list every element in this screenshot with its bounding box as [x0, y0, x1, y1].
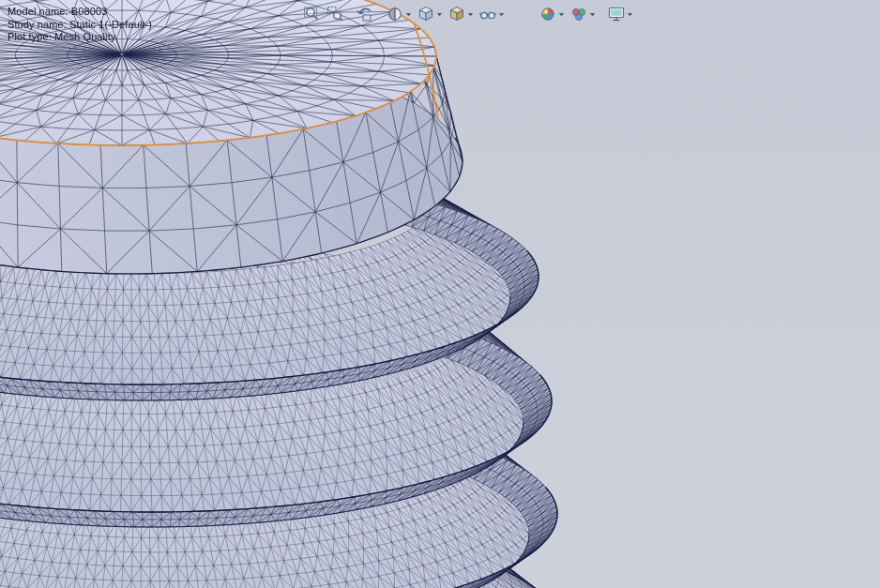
- view-orientation-button[interactable]: [415, 3, 445, 25]
- zoom-to-fit-icon: [302, 5, 321, 23]
- edit-appearance-dropdown-caret: [558, 8, 565, 21]
- apply-scene-dropdown-caret: [589, 8, 596, 21]
- hide-show-items-icon: [478, 5, 497, 23]
- model-name-text: Model name: B08003: [8, 6, 152, 19]
- previous-view-button[interactable]: [354, 3, 376, 25]
- display-style-icon: [448, 5, 466, 23]
- section-view-icon: [386, 5, 404, 23]
- view-settings-icon: [607, 5, 626, 23]
- hide-show-items-dropdown-caret: [498, 8, 505, 21]
- simulation-viewport: Model name: B08003 Study name: Static 1(…: [0, 0, 880, 588]
- study-name-text: Study name: Static 1(-Default-): [8, 19, 152, 32]
- model-graphics-area[interactable]: [0, 0, 880, 588]
- view-orientation-dropdown-caret: [436, 8, 443, 21]
- apply-scene-button[interactable]: [568, 3, 598, 25]
- display-style-button[interactable]: [446, 3, 476, 25]
- plot-type-text: Plot type: Mesh Quality: [8, 31, 152, 44]
- edit-appearance-button[interactable]: [537, 3, 567, 25]
- edit-appearance-icon: [539, 5, 557, 23]
- zoom-to-area-button[interactable]: [324, 3, 346, 25]
- heads-up-view-toolbar: [300, 3, 635, 25]
- apply-scene-icon: [569, 5, 588, 23]
- display-style-dropdown-caret: [467, 8, 474, 21]
- plot-annotation: Model name: B08003 Study name: Static 1(…: [8, 6, 152, 44]
- hide-show-items-button[interactable]: [477, 3, 507, 25]
- zoom-to-fit-button[interactable]: [300, 3, 323, 25]
- zoom-to-area-icon: [326, 5, 344, 23]
- previous-view-icon: [356, 5, 374, 23]
- view-settings-dropdown-caret: [627, 8, 633, 21]
- view-orientation-icon: [417, 5, 435, 23]
- section-view-button[interactable]: [384, 3, 414, 25]
- section-view-dropdown-caret: [405, 8, 412, 21]
- view-settings-button[interactable]: [605, 3, 635, 25]
